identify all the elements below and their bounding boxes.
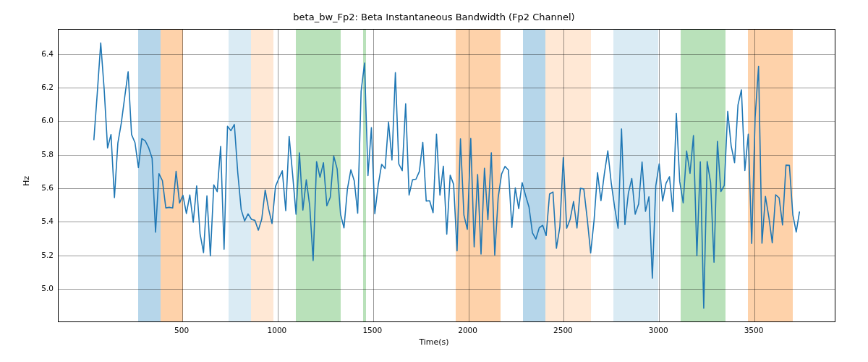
chart-axes (58, 29, 835, 322)
chart-title: beta_bw_Fp2: Beta Instantaneous Bandwidt… (0, 12, 868, 22)
x-axis-label: Time(s) (0, 337, 868, 347)
line-series-beta-bw-fp2 (59, 30, 835, 321)
xtick-label: 2500 (553, 326, 573, 334)
ytick-label: 6.0 (41, 116, 54, 125)
figure: beta_bw_Fp2: Beta Instantaneous Bandwidt… (0, 0, 868, 362)
xtick-label: 1500 (362, 326, 382, 334)
xtick-label: 3500 (744, 326, 764, 334)
ytick-label: 5.2 (41, 251, 54, 259)
ytick-label: 6.4 (41, 49, 54, 58)
xtick-label: 2000 (458, 326, 477, 334)
ytick-label: 5.4 (41, 216, 54, 225)
xtick-label: 1000 (268, 326, 287, 334)
xtick-label: 500 (174, 326, 189, 334)
y-axis-label: Hz (22, 176, 31, 186)
ytick-label: 5.0 (41, 284, 54, 292)
ytick-label: 5.8 (41, 150, 54, 159)
ytick-label: 5.6 (41, 183, 54, 192)
xtick-label: 3000 (649, 326, 668, 334)
ytick-label: 6.2 (41, 83, 54, 91)
